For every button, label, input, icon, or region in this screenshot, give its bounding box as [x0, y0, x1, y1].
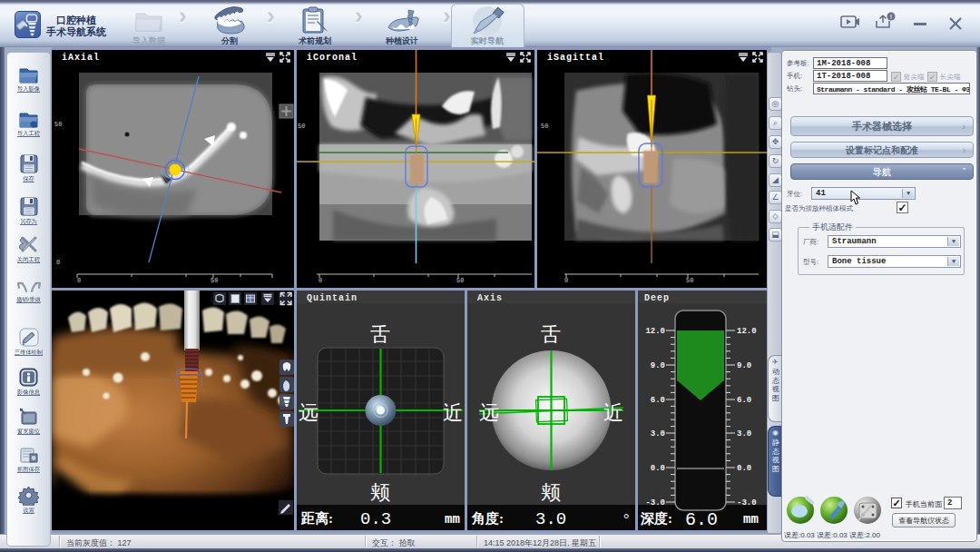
svg-text:远: 远 — [479, 401, 499, 424]
svg-text:0.3: 0.3 — [360, 509, 391, 529]
svg-text:3.0: 3.0 — [651, 429, 665, 439]
svg-text:50: 50 — [456, 277, 464, 284]
svg-text:0.0: 0.0 — [737, 464, 751, 473]
svg-text:50: 50 — [211, 277, 218, 284]
svg-text:mm: mm — [445, 512, 460, 527]
svg-text:0: 0 — [564, 277, 568, 284]
svg-text:mm: mm — [743, 512, 759, 527]
svg-text:50: 50 — [541, 123, 548, 130]
svg-text:舌: 舌 — [541, 323, 561, 346]
svg-text:0: 0 — [77, 277, 81, 284]
svg-text:舌: 舌 — [370, 323, 390, 346]
svg-text:9.0: 9.0 — [737, 361, 751, 370]
svg-text:-3.0: -3.0 — [737, 498, 757, 508]
svg-text:6.0: 6.0 — [685, 509, 718, 530]
svg-text:°: ° — [623, 511, 629, 527]
svg-text:0: 0 — [56, 259, 60, 266]
svg-text:6.0: 6.0 — [651, 396, 665, 405]
svg-text:颊: 颊 — [541, 481, 561, 504]
svg-text:深度:: 深度: — [640, 510, 672, 526]
svg-text:12.0: 12.0 — [737, 327, 757, 336]
svg-text:近: 近 — [603, 401, 623, 424]
svg-text:近: 近 — [443, 401, 463, 424]
svg-text:0: 0 — [318, 277, 322, 284]
svg-text:9.0: 9.0 — [651, 361, 665, 370]
svg-text:50: 50 — [298, 123, 305, 130]
svg-text:角度:: 角度: — [471, 510, 504, 526]
svg-text:距离:: 距离: — [300, 510, 333, 526]
svg-text:3.0: 3.0 — [535, 509, 566, 529]
svg-text:50: 50 — [686, 277, 693, 284]
svg-text:!: ! — [890, 14, 892, 20]
svg-text:6.0: 6.0 — [737, 396, 751, 405]
svg-text:3.0: 3.0 — [737, 429, 751, 439]
svg-text:颊: 颊 — [370, 481, 390, 504]
svg-text:远: 远 — [299, 401, 318, 424]
svg-text:0.0: 0.0 — [651, 464, 665, 473]
svg-text:12.0: 12.0 — [645, 327, 665, 336]
svg-text:50: 50 — [54, 121, 62, 128]
svg-text:-3.0: -3.0 — [645, 498, 665, 508]
